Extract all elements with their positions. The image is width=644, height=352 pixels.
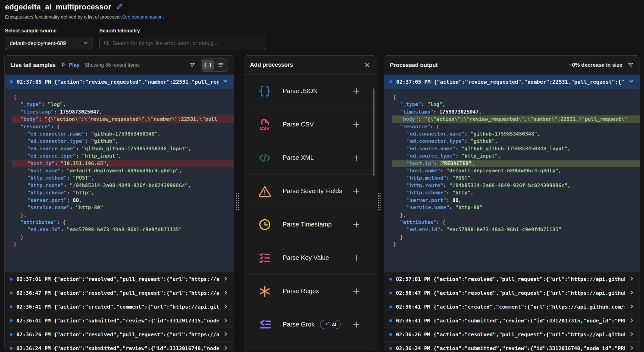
log-row[interactable]: 02:37:01 PM{"action":"resolved","pull_re… (5, 272, 234, 286)
sample-source-dropdown[interactable]: default-deployment-689 (5, 37, 92, 50)
processor-item-parse-severity-fields[interactable]: Parse Severity Fields (244, 175, 376, 208)
log-row[interactable]: 02:36:26 PM{"action":"resolved","pull_re… (384, 327, 640, 341)
json-line: "ed.source.type": "http_input", (12, 152, 234, 159)
log-row[interactable]: 02:36:41 PM{"action":"created","comment"… (5, 300, 234, 314)
log-row[interactable]: 02:36:41 PM{"action":"created","comment"… (384, 300, 640, 314)
processor-item-parse-timestamp[interactable]: Parse Timestamp (244, 208, 376, 241)
live-tail-rows: 02:37:01 PM{"action":"resolved","pull_re… (5, 272, 234, 351)
log-row[interactable]: 02:36:41 PM{"action":"submitted","review… (384, 314, 640, 327)
clock-icon (258, 217, 272, 232)
chevron-right-icon[interactable] (629, 317, 635, 324)
log-preview: {"action":"created","comment":{"url":"ht… (54, 304, 219, 310)
panel-resize-handle[interactable] (236, 193, 239, 211)
log-row[interactable]: 02:36:41 PM{"action":"submitted","review… (5, 314, 234, 327)
list-view-toggle[interactable] (215, 60, 227, 70)
processor-item-parse-key-value[interactable]: Parse Key Value (244, 241, 376, 275)
scrollbar-thumb[interactable] (373, 88, 375, 176)
expanded-log-row[interactable]: 02:37:05 PM {"action":"review_requested"… (5, 75, 234, 89)
json-line: "ed.source.type": "http_input", (392, 152, 640, 159)
log-time: 02:36:41 PM (16, 304, 51, 310)
log-level-dot (10, 319, 13, 322)
chevron-down-icon[interactable] (628, 78, 635, 86)
live-tail-title: Live tail samples (10, 62, 56, 69)
json-line: "http.scheme": "http", (12, 189, 234, 196)
json-line: "ed.connector.type": "github", (12, 137, 234, 145)
sample-source-value: default-deployment-689 (10, 40, 83, 47)
grok-lines-icon (258, 317, 272, 332)
chevron-right-icon[interactable] (223, 331, 229, 338)
chevron-right-icon[interactable] (223, 290, 229, 297)
json-line: } (12, 233, 234, 241)
json-line: } (12, 241, 234, 248)
log-row[interactable]: 02:36:26 PM{"action":"resolved","pull_re… (5, 327, 234, 341)
log-level-dot (389, 305, 392, 308)
json-line: "ed.source.name": "github_github-1759853… (392, 145, 640, 152)
chevron-down-icon[interactable] (222, 78, 229, 86)
add-processor-button[interactable] (352, 287, 360, 295)
json-line: "http.route": "/84b85314-2a08-4849-926f-… (12, 182, 234, 189)
chevron-right-icon[interactable] (629, 304, 635, 310)
play-button[interactable]: Play (61, 62, 80, 69)
add-processors-panel: Add processors Parse JSONCSVParse CSVPar… (244, 55, 376, 351)
edit-title-button[interactable] (116, 3, 123, 11)
close-icon[interactable] (364, 62, 370, 68)
processor-item-parse-xml[interactable]: Parse XML (244, 141, 376, 175)
processor-item-parse-csv[interactable]: CSVParse CSV (244, 108, 376, 141)
add-processor-button[interactable] (352, 321, 360, 329)
add-processor-button[interactable] (352, 254, 360, 262)
json-line: "service.name": "http-80" (392, 204, 640, 211)
size-change-label: ~0% decrease in size (569, 62, 622, 68)
processor-item-parse-regex[interactable]: Parse Regex (244, 275, 376, 308)
ai-badge: AI (320, 320, 341, 329)
search-icon (103, 40, 109, 47)
xml-code-icon (258, 151, 272, 165)
log-preview: {"action":"created","comment":{"url":"ht… (433, 304, 625, 310)
log-preview: {"action":"resolved","pull_request":{"ur… (54, 276, 219, 282)
search-telemetry-input[interactable] (113, 40, 262, 47)
log-time: 02:36:26 PM (16, 332, 51, 338)
log-preview: {"action":"resolved","pull_request":{"ur… (433, 290, 625, 296)
processor-label: Parse Grok (283, 321, 314, 328)
json-line: "timestamp": 1759873025047, (392, 108, 640, 115)
json-line: "ed.source.name": "github_github-1759853… (12, 145, 234, 152)
log-time: 02:36:24 PM (396, 345, 430, 351)
chevron-right-icon[interactable] (223, 304, 229, 310)
see-documentation-link[interactable]: See documentation. (122, 14, 164, 20)
add-processor-button[interactable] (352, 221, 360, 229)
warning-triangle-icon (258, 184, 272, 198)
add-processor-button[interactable] (352, 120, 360, 129)
filter-icon[interactable] (627, 62, 634, 69)
filter-icon[interactable] (189, 62, 196, 69)
log-preview: {"action":"resolved","pull_request":{"ur… (433, 276, 625, 282)
chevron-right-icon[interactable] (223, 345, 229, 351)
json-viewer: {"_type": "log","timestamp": 17598730250… (5, 89, 234, 272)
add-processor-button[interactable] (352, 87, 360, 95)
log-row[interactable]: 02:36:47 PM{"action":"resolved","pull_re… (5, 286, 234, 300)
add-processor-button[interactable] (352, 154, 360, 162)
log-time: 02:36:41 PM (396, 304, 430, 310)
chevron-right-icon[interactable] (223, 276, 229, 283)
add-processors-header: Add processors (244, 56, 376, 75)
expanded-log-row[interactable]: 02:37:05 PM {"action":"review_requested"… (384, 75, 640, 89)
log-time: 02:36:24 PM (16, 345, 51, 351)
processor-item-parse-json[interactable]: Parse JSON (244, 75, 376, 108)
log-row[interactable]: 02:36:24 PM{"action":"submitted","review… (5, 341, 234, 351)
chevron-right-icon[interactable] (629, 290, 635, 297)
json-line: "timestamp": 1759873025047, (12, 108, 234, 115)
chevron-right-icon[interactable] (223, 317, 229, 324)
panel-resize-handle[interactable] (378, 193, 381, 211)
log-level-dot (389, 333, 392, 336)
chevron-right-icon[interactable] (629, 276, 635, 283)
processor-label: Parse JSON (283, 87, 318, 95)
log-row[interactable]: 02:36:24 PM{"action":"submitted","review… (384, 341, 640, 351)
processor-label: Parse XML (283, 154, 314, 161)
chevron-right-icon[interactable] (629, 345, 635, 351)
log-row[interactable]: 02:37:01 PM{"action":"resolved","pull_re… (384, 272, 640, 286)
chevron-right-icon[interactable] (629, 331, 635, 338)
log-row[interactable]: 02:36:47 PM{"action":"resolved","pull_re… (384, 286, 640, 300)
add-processor-button[interactable] (352, 187, 360, 195)
processor-item-parse-grok[interactable]: Parse GrokAI (244, 308, 376, 341)
csv-file-icon: CSV (258, 117, 272, 132)
log-time: 02:37:05 PM (396, 79, 430, 85)
json-view-toggle[interactable]: { } (202, 60, 214, 70)
